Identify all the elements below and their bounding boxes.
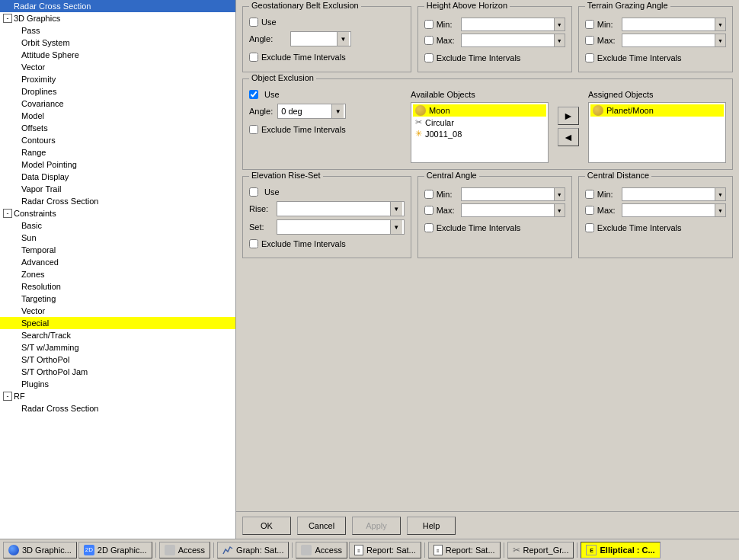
taskbar-item-3d-graphic[interactable]: 3D Graphic... [3, 542, 77, 558]
elevation-exclude-time-checkbox[interactable] [249, 239, 258, 248]
apply-button[interactable]: Apply [352, 517, 401, 535]
sidebar-item-vector[interactable]: Vector [0, 61, 235, 73]
terrain-max-input[interactable]: ▼ [622, 34, 726, 47]
terrain-max-dropdown[interactable]: ▼ [715, 34, 725, 46]
help-button[interactable]: Help [407, 517, 456, 535]
sidebar-item-range[interactable]: Range [0, 146, 235, 158]
sidebar-item-offsets[interactable]: Offsets [0, 122, 235, 134]
central-distance-max-input[interactable]: ▼ [622, 203, 726, 217]
taskbar-item-elliptical[interactable]: EElliptical : C... [581, 542, 660, 558]
sidebar-item-model[interactable]: Model [0, 110, 235, 122]
sidebar-item-vapor-trail[interactable]: Vapor Trail [0, 183, 235, 195]
ok-button[interactable]: OK [242, 517, 291, 535]
central-angle-min-input[interactable]: ▼ [461, 187, 565, 201]
geostationary-exclude-time-checkbox[interactable] [249, 53, 258, 62]
taskbar-item-2d-graphic[interactable]: 2D2D Graphic... [78, 542, 152, 558]
central-angle-min-checkbox[interactable] [424, 190, 433, 199]
terrain-exclude-time-checkbox[interactable] [585, 53, 594, 62]
sidebar-item-advanced[interactable]: Advanced [0, 256, 235, 268]
sidebar-item-vector2[interactable]: Vector [0, 305, 235, 317]
sidebar-item-data-display[interactable]: Data Display [0, 171, 235, 183]
sidebar-group-3d-graphics[interactable]: - 3D Graphics [0, 12, 235, 24]
central-distance-min-dropdown[interactable]: ▼ [715, 188, 725, 200]
terrain-min-input[interactable]: ▼ [622, 18, 726, 31]
sidebar-item-model-pointing[interactable]: Model Pointing [0, 158, 235, 171]
available-object-moon[interactable]: Moon [413, 104, 546, 117]
sidebar-item-resolution[interactable]: Resolution [0, 280, 235, 293]
object-exclusion-exclude-time-checkbox[interactable] [249, 125, 258, 134]
sidebar-item-pass[interactable]: Pass [0, 24, 235, 37]
assign-button[interactable]: ► [558, 107, 579, 125]
central-angle-max-input[interactable]: ▼ [461, 203, 565, 217]
elevation-use-checkbox[interactable] [249, 187, 258, 197]
sidebar-group-rf[interactable]: - RF [0, 390, 235, 402]
height-min-checkbox[interactable] [424, 20, 433, 29]
height-max-checkbox[interactable] [424, 36, 433, 45]
sidebar-item-plugins[interactable]: Plugins [0, 378, 235, 390]
available-object-j0011_08[interactable]: ✳J0011_08 [413, 128, 546, 139]
sidebar-item-targeting[interactable]: Targeting [0, 293, 235, 305]
available-object-circular[interactable]: ✂Circular [413, 117, 546, 128]
assigned-object-planet-moon[interactable]: Planet/Moon [590, 104, 724, 117]
sidebar-item-special[interactable]: Special [0, 317, 235, 329]
cancel-button[interactable]: Cancel [297, 517, 346, 535]
central-distance-max-dropdown[interactable]: ▼ [715, 204, 725, 216]
taskbar-item-access1[interactable]: Access [159, 542, 210, 558]
sidebar-item-contours[interactable]: Contours [0, 134, 235, 146]
sidebar-item-st-jamming[interactable]: S/T w/Jamming [0, 341, 235, 354]
elevation-set-dropdown[interactable]: ▼ [390, 220, 402, 234]
sidebar-item-st-orthopol[interactable]: S/T OrthoPol [0, 354, 235, 366]
sidebar-item-zones[interactable]: Zones [0, 268, 235, 280]
taskbar-item-report-sat2[interactable]: ≡Report: Sat... [428, 542, 501, 558]
assigned-objects-list[interactable]: Planet/Moon [588, 102, 726, 163]
taskbar-item-graph-sat[interactable]: Graph: Sat... [217, 542, 289, 558]
terrain-min-checkbox[interactable] [585, 20, 594, 29]
terrain-min-dropdown[interactable]: ▼ [715, 18, 725, 30]
sidebar-item-radar-cross-section-rf[interactable]: Radar Cross Section [0, 402, 235, 414]
height-max-input[interactable]: ▼ [461, 34, 565, 47]
sidebar-item-orbit-system[interactable]: Orbit System [0, 37, 235, 49]
sidebar-item-st-orthopol-jam[interactable]: S/T OrthoPol Jam [0, 366, 235, 378]
central-angle-min-dropdown[interactable]: ▼ [554, 188, 565, 200]
geostationary-use-checkbox[interactable] [249, 18, 258, 27]
taskbar-item-report-gr[interactable]: ✂Report_Gr... [507, 542, 574, 558]
sidebar-item-sun[interactable]: Sun [0, 232, 235, 244]
sidebar-item-proximity[interactable]: Proximity [0, 73, 235, 85]
object-exclusion-angle-dropdown[interactable]: ▼ [331, 104, 344, 118]
central-distance-min-checkbox[interactable] [585, 190, 594, 199]
sidebar-item-search-track[interactable]: Search/Track [0, 329, 235, 341]
object-exclusion-angle-input[interactable]: 0 deg ▼ [277, 104, 346, 119]
central-distance-min-input[interactable]: ▼ [622, 187, 726, 201]
sidebar-item-temporal[interactable]: Temporal [0, 244, 235, 256]
elevation-set-input[interactable]: ▼ [277, 219, 405, 235]
sidebar-item-attitude-sphere[interactable]: Attitude Sphere [0, 49, 235, 61]
sidebar-group-constraints[interactable]: - Constraints [0, 207, 235, 219]
object-exclusion-use-checkbox[interactable] [249, 90, 258, 99]
height-min-dropdown[interactable]: ▼ [554, 18, 565, 30]
sidebar-item-radar-cross-section-top[interactable]: Radar Cross Section [0, 0, 235, 12]
taskbar-item-report-sat1[interactable]: ≡Report: Sat... [349, 542, 421, 558]
geostationary-angle-input[interactable]: ▼ [290, 31, 351, 46]
central-distance-max-checkbox[interactable] [585, 206, 594, 215]
sidebar-item-basic[interactable]: Basic [0, 219, 235, 232]
unassign-button[interactable]: ◄ [558, 128, 579, 146]
central-angle-exclude-time-checkbox[interactable] [424, 223, 433, 232]
expand-icon-3d-graphics[interactable]: - [3, 14, 12, 23]
elevation-rise-input[interactable]: ▼ [277, 201, 405, 216]
central-distance-exclude-time-checkbox[interactable] [585, 223, 594, 232]
height-exclude-time-checkbox[interactable] [424, 53, 433, 62]
height-min-input[interactable]: ▼ [461, 18, 565, 31]
terrain-max-checkbox[interactable] [585, 36, 594, 45]
sidebar-item-covariance[interactable]: Covariance [0, 98, 235, 110]
geostationary-angle-dropdown[interactable]: ▼ [337, 32, 349, 46]
sidebar-item-droplines[interactable]: Droplines [0, 85, 235, 98]
expand-icon-constraints[interactable]: - [3, 209, 12, 218]
height-max-dropdown[interactable]: ▼ [554, 34, 565, 46]
central-angle-max-dropdown[interactable]: ▼ [554, 204, 565, 216]
available-objects-list[interactable]: Moon✂Circular✳J0011_08 [411, 102, 549, 163]
expand-icon-rf[interactable]: - [3, 392, 12, 401]
elevation-rise-dropdown[interactable]: ▼ [390, 202, 402, 216]
central-angle-max-checkbox[interactable] [424, 206, 433, 215]
taskbar-item-access2[interactable]: Access [296, 542, 347, 558]
sidebar-item-radar-cross-section[interactable]: Radar Cross Section [0, 195, 235, 207]
